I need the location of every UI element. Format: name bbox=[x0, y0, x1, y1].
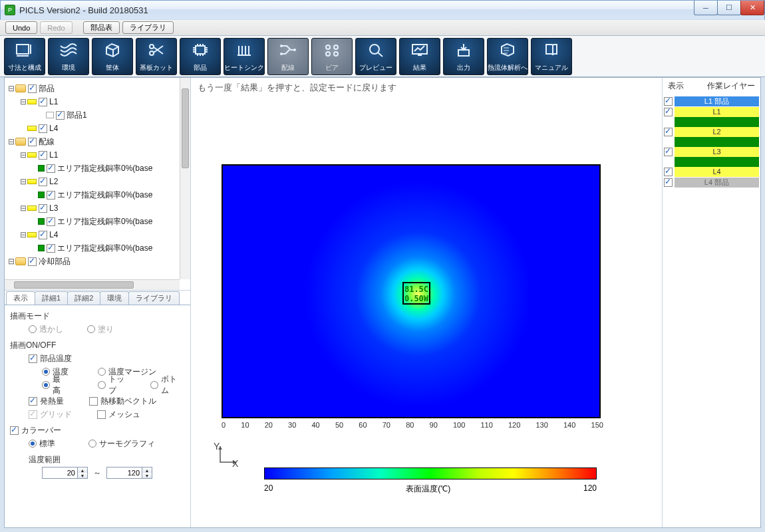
layer-row[interactable]: L4 部品 bbox=[664, 177, 759, 188]
tree-checkbox[interactable] bbox=[39, 151, 47, 160]
radio-transparent[interactable] bbox=[29, 325, 37, 333]
tree-checkbox[interactable] bbox=[47, 244, 55, 253]
tree-twisty[interactable]: ⊟ bbox=[19, 230, 27, 239]
tree-label[interactable]: L4 bbox=[49, 124, 58, 133]
tree-checkbox[interactable] bbox=[47, 217, 55, 226]
radio-thermography[interactable] bbox=[88, 440, 96, 448]
tree-twisty[interactable]: ⊟ bbox=[7, 257, 15, 266]
tab-detail1[interactable]: 詳細1 bbox=[35, 291, 68, 305]
radio-max[interactable] bbox=[42, 381, 50, 389]
tab-library[interactable]: ライブラリ bbox=[128, 291, 180, 305]
tool-dimensions[interactable]: 寸法と構成 bbox=[4, 38, 45, 75]
check-colorbar[interactable] bbox=[10, 426, 19, 435]
maximize-button[interactable]: ☐ bbox=[717, 1, 741, 15]
layer-visibility-checkbox[interactable] bbox=[664, 178, 673, 187]
tab-environment[interactable]: 環境 bbox=[100, 291, 129, 305]
tree-checkbox[interactable] bbox=[39, 204, 47, 213]
tree-checkbox[interactable] bbox=[47, 164, 55, 173]
tree-twisty[interactable]: ⊟ bbox=[7, 84, 15, 93]
layer-label[interactable] bbox=[675, 117, 759, 127]
tab-detail2[interactable]: 詳細2 bbox=[67, 291, 100, 305]
range-min-field[interactable]: ▲▼ bbox=[42, 467, 88, 479]
tree-hscrollbar[interactable] bbox=[5, 279, 180, 290]
spin-down-icon[interactable]: ▼ bbox=[142, 473, 152, 478]
layer-label[interactable]: L4 bbox=[675, 167, 759, 177]
check-part-temp[interactable] bbox=[29, 354, 37, 363]
redo-button[interactable]: Redo bbox=[40, 21, 72, 34]
tree-label[interactable]: L1 bbox=[49, 97, 58, 106]
tab-display[interactable]: 表示 bbox=[6, 291, 35, 305]
tree-label[interactable]: L1 bbox=[49, 150, 58, 160]
tree-checkbox[interactable] bbox=[56, 111, 65, 120]
range-max-field[interactable]: ▲▼ bbox=[106, 467, 152, 479]
tree-twisty[interactable]: ⊟ bbox=[19, 203, 27, 213]
layer-row[interactable]: L1 bbox=[664, 106, 759, 117]
radio-temp-margin[interactable] bbox=[98, 368, 106, 376]
tree-checkbox[interactable] bbox=[39, 98, 47, 106]
tree-twisty[interactable]: ⊟ bbox=[19, 150, 27, 160]
minimize-button[interactable]: ─ bbox=[694, 1, 718, 15]
layer-label[interactable]: L4 部品 bbox=[675, 178, 759, 188]
tree-label[interactable]: L2 bbox=[49, 177, 58, 186]
tree-checkbox[interactable] bbox=[47, 191, 55, 200]
radio-fill[interactable] bbox=[87, 325, 95, 333]
tree-checkbox[interactable] bbox=[28, 138, 37, 146]
tree-checkbox[interactable] bbox=[39, 124, 47, 133]
spin-up-icon[interactable]: ▲ bbox=[78, 467, 87, 473]
tree-label[interactable]: 部品 bbox=[39, 83, 55, 94]
layer-visibility-checkbox[interactable] bbox=[664, 168, 673, 176]
tool-result[interactable]: 結果 bbox=[399, 38, 440, 75]
tool-wiring[interactable]: 配線 bbox=[267, 38, 309, 75]
radio-bottom[interactable] bbox=[150, 381, 158, 389]
layer-label[interactable] bbox=[675, 157, 759, 167]
tree-label[interactable]: 配線 bbox=[39, 136, 55, 148]
layer-label[interactable]: L1 部品 bbox=[675, 96, 759, 106]
tree-checkbox[interactable] bbox=[39, 231, 47, 239]
tool-manual[interactable]: マニュアル bbox=[531, 38, 572, 75]
layer-row[interactable] bbox=[664, 157, 759, 166]
tree-label[interactable]: L3 bbox=[49, 203, 58, 213]
part-annotation[interactable]: 81.5C 0.50W bbox=[402, 282, 430, 305]
layer-label[interactable]: L1 bbox=[675, 107, 759, 117]
undo-button[interactable]: Undo bbox=[5, 21, 37, 34]
tree-twisty[interactable]: ⊟ bbox=[19, 177, 27, 186]
tree-twisty[interactable]: ⊟ bbox=[7, 137, 15, 146]
tool-preview[interactable]: プレビュー bbox=[355, 38, 396, 75]
check-mesh[interactable] bbox=[97, 410, 106, 419]
tree-twisty[interactable] bbox=[38, 110, 46, 120]
result-viewport[interactable]: もう一度「結果」を押すと、設定モードに戻ります bbox=[191, 78, 662, 527]
layer-row[interactable]: L4 bbox=[664, 166, 759, 177]
radio-top[interactable] bbox=[98, 381, 106, 389]
spin-up-icon[interactable]: ▲ bbox=[142, 467, 152, 473]
tool-parts[interactable]: 部品 bbox=[180, 38, 221, 75]
layer-row[interactable] bbox=[664, 117, 759, 126]
tree-twisty[interactable] bbox=[19, 124, 27, 133]
tree-label[interactable]: エリア指定残銅率0%(base bbox=[57, 216, 152, 227]
tree-checkbox[interactable] bbox=[28, 84, 37, 93]
radio-temp[interactable] bbox=[42, 368, 50, 376]
tree-label[interactable]: 冷却部品 bbox=[39, 256, 71, 267]
heatmap-plot[interactable]: 81.5C 0.50W bbox=[222, 164, 601, 418]
radio-standard[interactable] bbox=[29, 440, 37, 448]
tool-via[interactable]: ビア bbox=[311, 38, 353, 75]
tree-vscrollbar[interactable] bbox=[180, 78, 190, 279]
tree-twisty[interactable]: ⊟ bbox=[19, 97, 27, 106]
close-button[interactable]: ✕ bbox=[740, 1, 764, 15]
layer-label[interactable]: L3 bbox=[675, 147, 759, 157]
tree-scroll-area[interactable]: ⊟部品 ⊟L1 部品1 L4 ⊟配線 ⊟L1 エリア指定残銅率0%(base ⊟… bbox=[5, 78, 180, 279]
tool-enclosure[interactable]: 筐体 bbox=[92, 38, 133, 75]
layer-row[interactable]: L3 bbox=[664, 146, 759, 157]
tree-label[interactable]: L4 bbox=[49, 230, 58, 239]
tool-heatsink[interactable]: ヒートシンク bbox=[224, 38, 265, 75]
tool-environment[interactable]: 環境 bbox=[48, 38, 89, 75]
tree-label[interactable]: エリア指定残銅率0%(base bbox=[57, 243, 152, 254]
tool-cfd[interactable]: 熱流体解析へ bbox=[487, 38, 528, 75]
tree-checkbox[interactable] bbox=[28, 257, 37, 266]
spin-down-icon[interactable]: ▼ bbox=[78, 473, 87, 478]
parts-table-button[interactable]: 部品表 bbox=[83, 21, 120, 34]
tool-board-cut[interactable]: 基板カット bbox=[136, 38, 177, 75]
tree-label[interactable]: エリア指定残銅率0%(base bbox=[57, 190, 152, 201]
layer-row[interactable]: L2 bbox=[664, 126, 759, 137]
check-heat-vector[interactable] bbox=[89, 397, 98, 406]
layer-visibility-checkbox[interactable] bbox=[664, 108, 673, 116]
